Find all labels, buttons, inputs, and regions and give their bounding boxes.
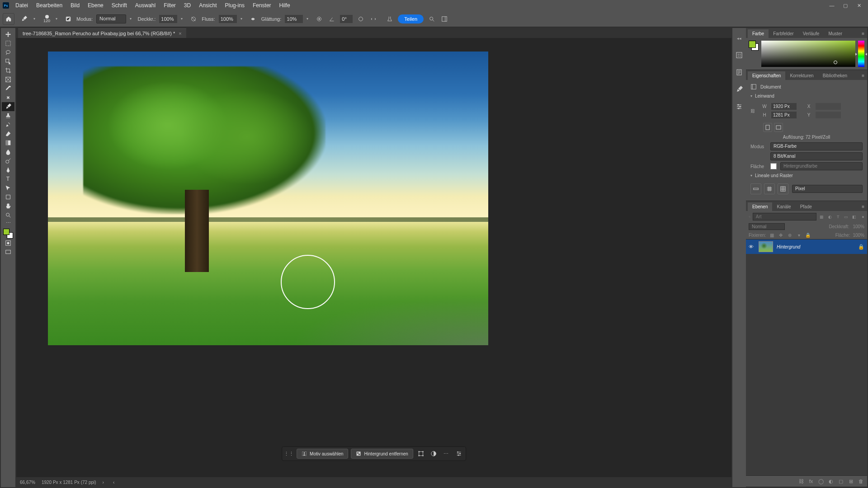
properties-icon[interactable] (454, 449, 464, 459)
foreground-background-colors[interactable] (3, 229, 13, 239)
tab-swatches[interactable]: Farbfelder (769, 29, 798, 38)
brush-tool[interactable] (2, 102, 14, 111)
fill-select[interactable]: Hintergrundfarbe (780, 162, 863, 170)
menu-type[interactable]: Schrift (108, 1, 131, 10)
brush-settings-panel-icon[interactable] (735, 85, 744, 94)
shape-tool[interactable] (2, 192, 14, 202)
canvas-area[interactable]: ⋮⋮ Motiv auswählen Hintergrund entfernen… (16, 38, 731, 477)
x-input[interactable] (816, 103, 841, 110)
opacity-input[interactable] (159, 15, 177, 23)
rulers-section[interactable]: ▾Lineale und Raster (750, 173, 863, 178)
chevron-down-icon[interactable]: ▾ (307, 17, 311, 21)
maximize-icon[interactable]: ▢ (839, 1, 852, 10)
blur-tool[interactable] (2, 147, 14, 156)
ruler-btn-3[interactable] (778, 183, 788, 194)
ruler-btn-2[interactable] (764, 183, 775, 194)
panel-menu-icon[interactable]: ≡ (859, 71, 867, 80)
active-tool-indicator[interactable] (18, 13, 30, 25)
filter-smart-icon[interactable]: ◧ (851, 213, 858, 221)
selection-tool[interactable] (2, 57, 14, 66)
tab-libraries[interactable]: Bibliotheken (818, 71, 852, 80)
path-tool[interactable] (2, 183, 14, 192)
tab-paths[interactable]: Pfade (796, 202, 816, 211)
more-icon[interactable]: ⋯ (441, 449, 451, 459)
layer-opacity[interactable]: 100% (853, 224, 864, 229)
adjustments-panel-icon[interactable] (735, 102, 744, 111)
lock-position-icon[interactable]: ✥ (778, 232, 784, 238)
layer-style-icon[interactable]: fx (807, 478, 815, 485)
pressure-opacity-icon[interactable] (189, 14, 198, 23)
drag-handle-icon[interactable]: ⋮⋮ (284, 449, 294, 459)
group-icon[interactable]: ▢ (837, 478, 844, 485)
lasso-tool[interactable] (2, 48, 14, 57)
layer-row[interactable]: 👁 Hintergrund 🔒 (746, 239, 867, 254)
menu-layer[interactable]: Ebene (84, 1, 107, 10)
adjustment-layer-icon[interactable]: ◐ (827, 478, 835, 485)
chevron-right-icon[interactable]: › (103, 480, 104, 485)
share-button[interactable]: Teilen (398, 14, 424, 23)
move-tool[interactable] (2, 30, 14, 39)
healing-tool[interactable] (2, 93, 14, 102)
tab-adjustments[interactable]: Korrekturen (785, 71, 818, 80)
filter-toggle-icon[interactable]: ● (862, 213, 864, 221)
delete-layer-icon[interactable]: 🗑 (857, 478, 864, 485)
blend-mode-select[interactable]: Normal (96, 14, 126, 23)
y-input[interactable] (816, 112, 841, 118)
lock-all-icon[interactable]: ▦ (769, 232, 775, 238)
ruler-unit-select[interactable]: Pixel (792, 185, 863, 193)
tab-patterns[interactable]: Muster (824, 29, 847, 38)
chevron-down-icon[interactable]: ▾ (241, 17, 245, 21)
height-input[interactable] (771, 112, 797, 118)
layer-thumbnail[interactable] (759, 241, 773, 252)
zoom-tool[interactable] (2, 211, 14, 220)
color-mode-select[interactable]: RGB-Farbe (770, 142, 863, 150)
remove-background-button[interactable]: Hintergrund entfernen (351, 449, 413, 459)
minimize-icon[interactable]: — (826, 1, 838, 10)
search-icon[interactable] (427, 14, 436, 23)
expand-dock-icon[interactable]: ◂◂ (737, 36, 741, 41)
panel-menu-icon[interactable]: ≡ (859, 202, 867, 211)
brushes-panel-icon[interactable] (735, 51, 744, 60)
chevron-left-icon[interactable]: ‹ (113, 480, 114, 485)
filter-type-icon[interactable]: T (835, 213, 842, 221)
lock-nested-icon[interactable]: ▾ (796, 232, 802, 238)
workspace-icon[interactable] (440, 14, 449, 23)
menu-plugins[interactable]: Plug-ins (222, 1, 248, 10)
layer-filter-input[interactable] (753, 213, 816, 221)
panel-menu-icon[interactable]: ≡ (859, 29, 867, 38)
document-info[interactable]: 1920 Px x 1281 Px (72 ppi) (42, 480, 96, 485)
close-icon[interactable]: ✕ (853, 1, 865, 10)
tab-layers[interactable]: Ebenen (748, 202, 772, 211)
menu-file[interactable]: Datei (12, 1, 32, 10)
gradient-tool[interactable] (2, 138, 14, 147)
eyedropper-tool[interactable] (2, 84, 14, 93)
lock-icon[interactable]: 🔒 (805, 232, 811, 238)
canvas-section[interactable]: ▾Leinwand (750, 94, 863, 99)
symmetry-icon[interactable] (369, 14, 378, 23)
blend-mode-select[interactable]: Normal (749, 223, 785, 230)
tab-gradients[interactable]: Verläufe (798, 29, 824, 38)
visibility-icon[interactable]: 👁 (749, 244, 755, 249)
filter-shape-icon[interactable]: ▭ (843, 213, 850, 221)
transform-icon[interactable] (416, 449, 426, 459)
close-tab-icon[interactable]: × (179, 31, 181, 36)
brush-settings-icon[interactable] (64, 14, 73, 23)
adjustment-icon[interactable] (429, 449, 439, 459)
foreground-color-swatch[interactable] (3, 229, 9, 235)
tab-color[interactable]: Farbe (748, 29, 769, 38)
filter-pixel-icon[interactable]: ▦ (818, 213, 826, 221)
type-tool[interactable]: T (2, 174, 14, 183)
menu-window[interactable]: Fenster (249, 1, 275, 10)
fill-color-chip[interactable] (770, 163, 777, 169)
link-layers-icon[interactable]: ⛓ (797, 478, 805, 485)
zoom-level[interactable]: 66,67% (20, 480, 35, 485)
pressure-size-icon[interactable] (356, 14, 365, 23)
menu-image[interactable]: Bild (67, 1, 83, 10)
layer-fill[interactable]: 100% (853, 233, 864, 238)
stamp-tool[interactable] (2, 111, 14, 120)
angle-input[interactable] (340, 15, 353, 23)
width-input[interactable] (771, 103, 797, 110)
airbrush-icon[interactable] (249, 14, 258, 23)
chevron-down-icon[interactable]: ▾ (181, 17, 185, 21)
eraser-tool[interactable] (2, 129, 14, 138)
